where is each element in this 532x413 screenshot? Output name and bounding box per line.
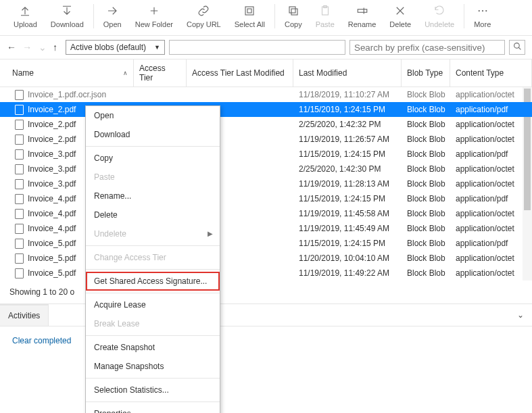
- cell-modified: 11/15/2019, 1:24:15 PM: [293, 105, 402, 114]
- open-label: Open: [103, 20, 122, 28]
- ctx-create-snapshot[interactable]: Create Snapshot: [86, 338, 220, 357]
- cell-modified: 11/18/2019, 11:10:27 AM: [293, 90, 402, 99]
- upload-button[interactable]: Upload: [7, 3, 44, 30]
- table-row[interactable]: Invoice_2.pdf11/19/2019, 11:26:57 AMBloc…: [0, 132, 532, 147]
- table-row[interactable]: Invoice_3.pdf11/19/2019, 11:28:13 AMBloc…: [0, 176, 532, 191]
- cell-blob-type: Block Blob: [402, 105, 450, 114]
- cell-blob-type: Block Blob: [402, 164, 450, 174]
- table-row[interactable]: Invoice_2.pdf2/25/2020, 1:42:32 PMBlock …: [0, 117, 532, 132]
- file-icon: [15, 90, 24, 100]
- ctx-paste: Paste: [86, 168, 220, 187]
- search-input[interactable]: [349, 40, 505, 55]
- col-name[interactable]: Name∧: [0, 59, 134, 87]
- col-access-tier[interactable]: Access Tier: [134, 59, 187, 87]
- cell-modified: 11/19/2019, 11:45:58 AM: [293, 209, 402, 218]
- ctx-acquire-lease[interactable]: Acquire Lease: [86, 295, 220, 314]
- col-content-type[interactable]: Content Type: [450, 59, 532, 87]
- table-header: Name∧ Access Tier Access Tier Last Modif…: [0, 59, 532, 87]
- col-last-modified[interactable]: Last Modified: [293, 59, 402, 87]
- download-button[interactable]: Download: [44, 3, 91, 30]
- file-icon: [15, 209, 24, 219]
- table-row[interactable]: Invoice_3.pdf2/25/2020, 1:42:30 PMBlock …: [0, 162, 532, 176]
- ctx-properties[interactable]: Properties...: [86, 404, 220, 413]
- svg-point-9: [485, 10, 487, 11]
- new-folder-button[interactable]: New Folder: [128, 3, 180, 30]
- select-all-label: Select All: [235, 20, 265, 28]
- delete-button[interactable]: Delete: [383, 3, 418, 30]
- rename-button[interactable]: Rename: [341, 3, 383, 30]
- copy-url-button[interactable]: Copy URL: [180, 3, 228, 30]
- clear-completed-link[interactable]: Clear completed: [0, 326, 532, 355]
- copy-button[interactable]: Copy: [278, 3, 309, 30]
- ctx-download[interactable]: Download: [86, 125, 220, 144]
- copy-icon: [287, 4, 300, 18]
- blob-filter-dropdown[interactable]: Active blobs (default) ▼: [66, 40, 165, 55]
- ctx-undelete: Undelete▶: [86, 224, 220, 243]
- ctx-selection-stats[interactable]: Selection Statistics...: [86, 381, 220, 399]
- ctx-manage-snapshots[interactable]: Manage Snapshots: [86, 357, 220, 376]
- table-row[interactable]: Invoice_1.pdf.ocr.json11/18/2019, 11:10:…: [0, 87, 532, 102]
- ctx-break-lease: Break Lease: [86, 314, 220, 333]
- path-input[interactable]: [169, 40, 345, 55]
- cell-modified: 11/19/2019, 11:28:13 AM: [293, 179, 402, 189]
- svg-rect-6: [358, 9, 367, 13]
- up-icon[interactable]: ↑: [53, 42, 57, 53]
- cell-content-type: application/octet: [450, 179, 532, 189]
- select-all-button[interactable]: Select All: [228, 3, 272, 30]
- delete-label: Delete: [389, 20, 411, 28]
- col-blob-type[interactable]: Blob Type: [402, 59, 450, 87]
- new-folder-icon: [147, 4, 161, 18]
- col-access-tier-modified[interactable]: Access Tier Last Modified: [187, 59, 293, 87]
- more-label: More: [474, 20, 491, 28]
- ctx-open[interactable]: Open: [86, 106, 220, 125]
- back-icon[interactable]: ←: [7, 42, 16, 53]
- file-name: Invoice_4.pdf: [28, 194, 76, 203]
- file-name: Invoice_5.pdf: [28, 253, 76, 263]
- file-icon: [15, 179, 24, 189]
- ctx-get-sas[interactable]: Get Shared Access Signature...: [86, 272, 220, 291]
- table-row[interactable]: Invoice_3.pdf11/15/2019, 1:24:15 PMBlock…: [0, 147, 532, 162]
- delete-icon: [393, 4, 407, 18]
- recent-icon: ⌄: [39, 42, 47, 53]
- file-name: Invoice_3.pdf: [28, 179, 76, 189]
- cell-modified: 11/15/2019, 1:24:15 PM: [293, 149, 402, 159]
- row-count-text: Showing 1 to 20 o: [0, 281, 532, 303]
- cell-blob-type: Block Blob: [402, 209, 450, 218]
- table-row[interactable]: Invoice_5.pdf11/19/2019, 11:49:22 AMBloc…: [0, 266, 532, 281]
- file-icon: [15, 149, 24, 160]
- undelete-label: Undelete: [425, 20, 454, 28]
- activities-tab[interactable]: Activities: [0, 304, 49, 326]
- table-row[interactable]: Invoice_4.pdf11/19/2019, 11:45:58 AMBloc…: [0, 206, 532, 221]
- ctx-copy[interactable]: Copy: [86, 149, 220, 168]
- cell-modified: 2/25/2020, 1:42:30 PM: [293, 164, 402, 174]
- cell-blob-type: Block Blob: [402, 239, 450, 248]
- cell-blob-type: Block Blob: [402, 253, 450, 263]
- cell-blob-type: Block Blob: [402, 224, 450, 233]
- table-row[interactable]: Invoice_5.pdf11/20/2019, 10:04:10 AMBloc…: [0, 251, 532, 266]
- search-button[interactable]: [509, 40, 525, 55]
- file-icon: [15, 194, 24, 204]
- rename-label: Rename: [348, 20, 377, 28]
- upload-label: Upload: [14, 20, 37, 28]
- table-body: Invoice_1.pdf.ocr.json11/18/2019, 11:10:…: [0, 87, 532, 281]
- copy-url-label: Copy URL: [187, 20, 221, 28]
- nav-arrows: ← → ⌄ ↑: [7, 42, 62, 53]
- svg-rect-3: [289, 7, 295, 13]
- cell-modified: 11/19/2019, 11:26:57 AM: [293, 135, 402, 144]
- download-icon: [60, 4, 74, 18]
- ctx-delete[interactable]: Delete: [86, 205, 220, 224]
- table-row[interactable]: Invoice_4.pdf11/15/2019, 1:24:15 PMBlock…: [0, 191, 532, 206]
- forward-icon: →: [22, 42, 32, 53]
- file-icon: [15, 224, 24, 234]
- file-name: Invoice_5.pdf: [28, 268, 76, 278]
- more-button[interactable]: More: [467, 3, 498, 30]
- table-row[interactable]: Invoice_5.pdf11/15/2019, 1:24:15 PMBlock…: [0, 236, 532, 251]
- ctx-rename[interactable]: Rename...: [86, 187, 220, 205]
- undelete-button: Undelete: [418, 3, 461, 30]
- activities-expand-icon[interactable]: ⌄: [509, 310, 532, 320]
- file-icon: [15, 120, 24, 130]
- open-button[interactable]: Open: [97, 3, 128, 30]
- table-row[interactable]: Invoice_4.pdf11/19/2019, 11:45:49 AMBloc…: [0, 221, 532, 236]
- table-row[interactable]: Invoice_2.pdf11/15/2019, 1:24:15 PMBlock…: [0, 102, 532, 117]
- cell-modified: 11/19/2019, 11:45:49 AM: [293, 224, 402, 233]
